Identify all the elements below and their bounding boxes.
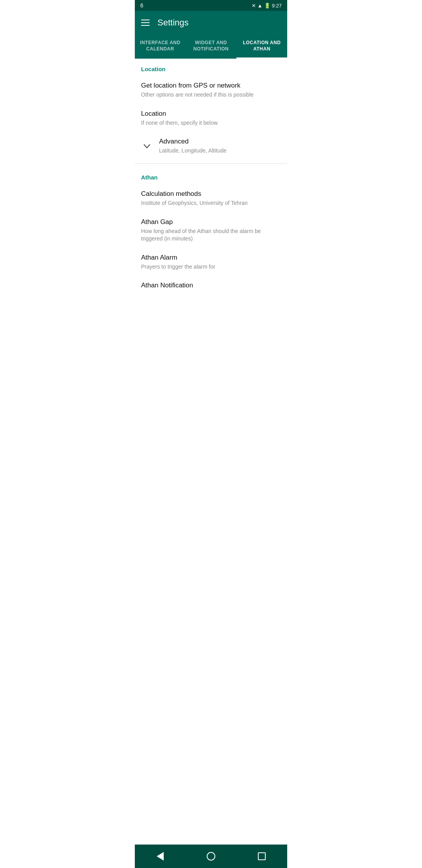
athan-section-header: Athan [135, 167, 287, 185]
location-specify-item[interactable]: Location If none of them, specify it bel… [135, 104, 287, 133]
advanced-text: Advanced Latitude, Longitude, Altitude [159, 138, 227, 155]
calculation-methods-subtitle: Institute of Geophysics, University of T… [141, 199, 281, 207]
signal-icon: ▲ [257, 3, 263, 9]
location-section-header: Location [135, 59, 287, 76]
time-display: 9:27 [272, 3, 282, 9]
tab-location[interactable]: LOCATION ANDATHAN [236, 34, 287, 59]
athan-gap-subtitle: How long ahead of the Athan should the a… [141, 228, 281, 243]
advanced-item[interactable]: Advanced Latitude, Longitude, Altitude [135, 132, 287, 160]
athan-alarm-item[interactable]: Athan Alarm Prayers to trigger the alarm… [135, 248, 287, 276]
athan-alarm-title: Athan Alarm [141, 254, 281, 262]
page-title: Settings [157, 18, 189, 28]
tab-widget[interactable]: WIDGET ANDNOTIFICATION [186, 34, 236, 59]
advanced-title: Advanced [159, 138, 227, 145]
location-specify-title: Location [141, 110, 281, 118]
athan-gap-title: Athan Gap [141, 218, 281, 226]
content-area: Location Get location from GPS or networ… [135, 59, 287, 324]
gps-location-title: Get location from GPS or network [141, 82, 281, 90]
advanced-subtitle: Latitude, Longitude, Altitude [159, 147, 227, 155]
status-left: 6 [140, 2, 143, 9]
athan-gap-item[interactable]: Athan Gap How long ahead of the Athan sh… [135, 213, 287, 248]
tab-interface[interactable]: INTERFACE ANDCALENDAR [135, 34, 186, 59]
app-bar: Settings [135, 11, 287, 34]
calculation-methods-item[interactable]: Calculation methods Institute of Geophys… [135, 185, 287, 213]
gps-location-item[interactable]: Get location from GPS or network Other o… [135, 76, 287, 104]
status-bar: 6 ✕ ▲ 🔋 9:27 [135, 0, 287, 11]
menu-button[interactable] [141, 20, 150, 26]
athan-alarm-subtitle: Prayers to trigger the alarm for [141, 263, 281, 271]
chevron-down-icon [141, 142, 153, 151]
athan-notification-title: Athan Notification [141, 282, 281, 289]
battery-icon: 🔋 [264, 3, 270, 9]
calculation-methods-title: Calculation methods [141, 190, 281, 198]
signal-cross-icon: ✕ [252, 3, 256, 9]
location-specify-subtitle: If none of them, specify it below [141, 119, 281, 127]
tabs-container: INTERFACE ANDCALENDAR WIDGET ANDNOTIFICA… [135, 34, 287, 59]
athan-notification-item[interactable]: Athan Notification [135, 276, 287, 296]
status-right: ✕ ▲ 🔋 9:27 [252, 3, 282, 9]
gps-location-subtitle: Other options are not needed if this is … [141, 91, 281, 99]
section-divider [135, 163, 287, 164]
